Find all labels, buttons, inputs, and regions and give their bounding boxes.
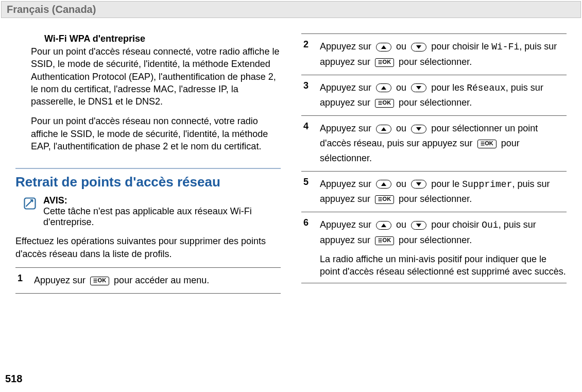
notice-body: AVIS: Cette tâche n'est pas applicable a… xyxy=(43,195,281,228)
notice-box: AVIS: Cette tâche n'est pas applicable a… xyxy=(15,195,281,228)
step-text: Appuyez sur xyxy=(320,179,371,189)
section-divider xyxy=(15,168,281,169)
step-number: 4 xyxy=(303,119,309,134)
ok-button-icon: OK xyxy=(90,277,109,285)
step-6: 6 Appuyez sur ou pour choisir Oui, puis … xyxy=(301,212,567,283)
svg-rect-0 xyxy=(25,198,36,209)
step-text: pour les xyxy=(431,82,464,93)
step-text: pour sélectionner. xyxy=(399,235,472,245)
step-number: 3 xyxy=(303,78,309,93)
svg-marker-7 xyxy=(381,182,386,186)
step-2: 2 Appuyez sur ou pour choisir le Wi-Fi, … xyxy=(301,33,567,75)
ok-button-icon: OK xyxy=(375,58,394,67)
step-3: 3 Appuyez sur ou pour les Réseaux, puis … xyxy=(301,75,567,116)
ok-button-icon: OK xyxy=(477,140,497,148)
section-title: Retrait de points d'accès réseau xyxy=(15,174,281,190)
svg-marker-5 xyxy=(381,127,386,131)
steps-right: 2 Appuyez sur ou pour choisir le Wi-Fi, … xyxy=(301,33,567,283)
sub-heading: Wi-Fi WPA d'entreprise xyxy=(31,33,281,44)
step-text: pour sélectionner. xyxy=(399,97,472,108)
up-arrow-icon xyxy=(376,83,391,92)
step-result: La radio affiche un mini-avis positif po… xyxy=(320,253,567,278)
step-text: Appuyez sur xyxy=(34,275,85,285)
step-5: 5 Appuyez sur ou pour le Supprimer, puis… xyxy=(301,171,567,212)
up-arrow-icon xyxy=(376,221,391,230)
step-4: 4 Appuyez sur ou pour sélectionner un po… xyxy=(301,115,567,171)
step-text: ou xyxy=(396,219,406,230)
ok-button-icon: OK xyxy=(375,99,394,108)
svg-marker-10 xyxy=(416,224,421,227)
step-number: 5 xyxy=(303,175,309,190)
svg-marker-2 xyxy=(416,45,421,49)
step-text: ou xyxy=(396,41,406,52)
svg-marker-3 xyxy=(381,86,386,90)
up-arrow-icon xyxy=(376,125,391,133)
down-arrow-icon xyxy=(411,83,426,92)
step-number: 2 xyxy=(303,37,309,52)
note-icon xyxy=(23,196,37,211)
svg-marker-8 xyxy=(416,182,421,186)
up-arrow-icon xyxy=(376,43,391,52)
svg-marker-9 xyxy=(381,224,386,227)
intro-block: Wi-Fi WPA d'entreprise Pour un point d'a… xyxy=(15,33,281,152)
step-text: pour sélectionner. xyxy=(399,194,472,204)
ok-button-icon: OK xyxy=(375,236,394,245)
page-number: 518 xyxy=(5,373,22,385)
code-text: Supprimer xyxy=(462,179,512,190)
ok-button-icon: OK xyxy=(375,195,394,204)
step-text: pour choisir le xyxy=(431,41,489,52)
step-text: Appuyez sur xyxy=(320,219,371,230)
step-text: pour choisir xyxy=(431,219,479,230)
up-arrow-icon xyxy=(376,180,391,189)
step-text: ou xyxy=(396,123,406,133)
intro-para-1: Pour un point d'accès réseau connecté, v… xyxy=(31,45,281,108)
svg-marker-4 xyxy=(416,86,421,90)
step-number: 6 xyxy=(303,215,309,230)
steps-left: 1 Appuyez sur OK pour accéder au menu. xyxy=(15,267,281,294)
svg-marker-1 xyxy=(381,45,386,49)
step-number: 1 xyxy=(18,271,23,286)
down-arrow-icon xyxy=(411,125,426,133)
step-text: Appuyez sur xyxy=(320,82,371,93)
down-arrow-icon xyxy=(411,221,426,230)
step-text: ou xyxy=(396,82,406,93)
step-text: pour accéder au menu. xyxy=(114,275,209,285)
step-text: ou xyxy=(396,179,406,189)
lead-paragraph: Effectuez les opérations suivantes pour … xyxy=(15,235,281,260)
down-arrow-icon xyxy=(411,43,426,52)
page-body: Wi-Fi WPA d'entreprise Pour un point d'a… xyxy=(0,18,582,294)
step-text: Appuyez sur xyxy=(320,123,371,133)
right-column: 2 Appuyez sur ou pour choisir le Wi-Fi, … xyxy=(301,33,567,294)
left-column: Wi-Fi WPA d'entreprise Pour un point d'a… xyxy=(15,33,281,294)
code-text: Wi-Fi xyxy=(491,42,519,52)
code-text: Réseaux xyxy=(467,83,506,93)
down-arrow-icon xyxy=(411,180,426,189)
step-text: Appuyez sur xyxy=(320,41,371,52)
step-text: pour le xyxy=(431,179,459,189)
notice-label: AVIS: xyxy=(43,195,67,206)
notice-text: Cette tâche n'est pas applicable aux rés… xyxy=(43,206,252,227)
intro-para-2: Pour un point d'accès réseau non connect… xyxy=(31,115,281,152)
step-text: pour sélectionner. xyxy=(399,57,472,67)
code-text: Oui xyxy=(482,220,498,230)
svg-marker-6 xyxy=(416,127,421,131)
step-1: 1 Appuyez sur OK pour accéder au menu. xyxy=(15,267,281,294)
language-header: Français (Canada) xyxy=(1,1,581,18)
